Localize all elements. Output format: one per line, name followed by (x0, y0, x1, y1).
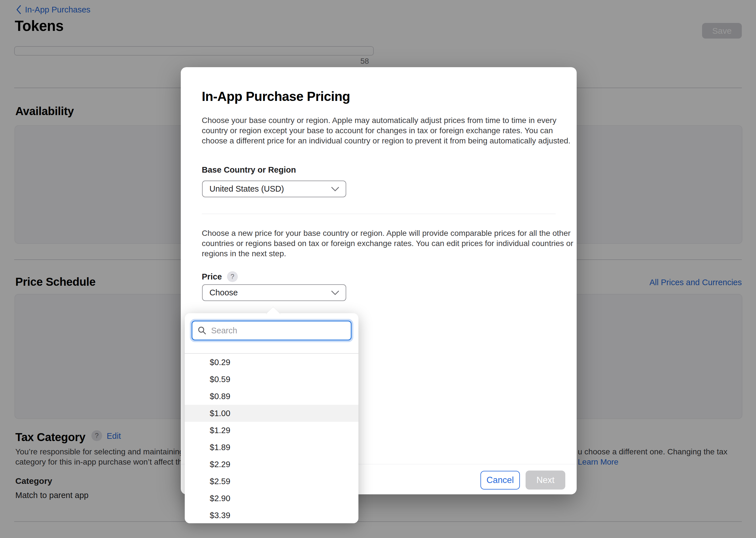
price-option[interactable]: $1.00 (185, 405, 358, 422)
price-option[interactable]: $2.59 (185, 473, 358, 490)
next-button[interactable]: Next (526, 470, 565, 490)
base-country-select[interactable]: United States (USD) (202, 181, 346, 197)
base-country-label: Base Country or Region (202, 165, 296, 175)
price-option[interactable]: $0.29 (185, 354, 358, 371)
price-option-list: $0.29$0.59$0.89$1.00$1.29$1.89$2.29$2.59… (185, 354, 358, 523)
price-select[interactable]: Choose (202, 284, 346, 301)
modal-intro-paragraph: Choose your base country or region. Appl… (202, 115, 576, 146)
search-icon (198, 326, 207, 335)
price-option[interactable]: $3.39 (185, 507, 358, 523)
price-search-section (185, 313, 358, 354)
chevron-down-icon (331, 290, 340, 296)
divider (202, 214, 556, 214)
price-option[interactable]: $2.29 (185, 456, 358, 473)
price-option[interactable]: $1.89 (185, 439, 358, 456)
price-dropdown-popover: $0.29$0.59$0.89$1.00$1.29$1.89$2.29$2.59… (185, 313, 358, 523)
price-option[interactable]: $1.29 (185, 422, 358, 439)
screen: In-App Purchases Tokens Save 58 Availabi… (0, 0, 756, 538)
price-help-icon[interactable]: ? (227, 271, 238, 282)
price-option[interactable]: $0.89 (185, 388, 358, 405)
price-label-row: Price ? (202, 271, 238, 282)
price-search-box[interactable] (192, 321, 351, 341)
price-option[interactable]: $0.59 (185, 371, 358, 388)
chevron-down-icon (331, 187, 340, 191)
modal-title: In-App Purchase Pricing (202, 89, 350, 104)
price-intro-paragraph: Choose a new price for your base country… (202, 228, 576, 259)
price-option[interactable]: $2.90 (185, 490, 358, 507)
base-country-value: United States (USD) (210, 184, 284, 193)
price-search-input[interactable] (211, 326, 346, 336)
price-label: Price (202, 272, 222, 282)
price-select-value: Choose (210, 288, 238, 297)
cancel-button[interactable]: Cancel (480, 471, 520, 490)
